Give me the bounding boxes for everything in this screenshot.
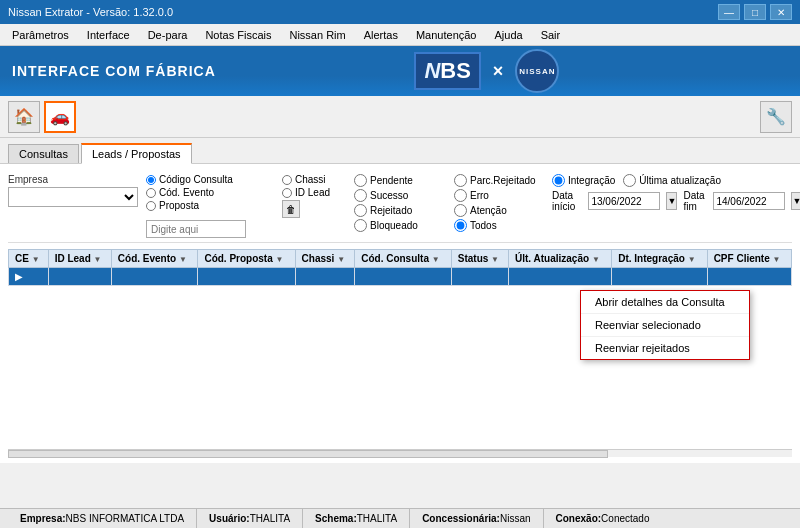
title-bar: Nissan Extrator - Versão: 1.32.0.0 — □ ✕ [0, 0, 800, 24]
status-group1: Pendente Sucesso Rejeitado Bloqueado [354, 174, 444, 232]
radio-id-lead[interactable]: ID Lead [282, 187, 330, 198]
nbs-logo: N BS × NISSAN [414, 49, 559, 93]
toolbar: 🏠 🚗 🔧 [0, 96, 800, 138]
col-ult-atualizacao[interactable]: Últ. Atualização ▼ [509, 250, 612, 268]
row-indicator: ▶ [9, 268, 49, 286]
context-menu-item-abrir[interactable]: Abrir detalhes da Consulta [581, 291, 749, 314]
data-fim-calendar-button[interactable]: ▼ [791, 192, 800, 210]
status-schema: Schema: THALITA [303, 509, 410, 528]
context-menu: Abrir detalhes da Consulta Reenviar sele… [580, 290, 750, 360]
filter-row: Empresa Código Consulta Cód. Evento Prop… [8, 170, 792, 243]
car-icon: 🚗 [50, 107, 70, 126]
col-chassi[interactable]: Chassi ▼ [295, 250, 355, 268]
window-title: Nissan Extrator - Versão: 1.32.0.0 [8, 6, 173, 18]
status-group2: Parc.Rejeitado Erro Atenção Todos [454, 174, 544, 232]
radio-group-codigo: Código Consulta Cód. Evento Proposta [146, 174, 266, 218]
logo-x: × [493, 61, 504, 82]
col-status[interactable]: Status ▼ [451, 250, 508, 268]
menu-notas-fiscais[interactable]: Notas Fiscais [197, 27, 279, 43]
extra-icon: 🔧 [766, 107, 786, 126]
menu-interface[interactable]: Interface [79, 27, 138, 43]
status-rejeitado[interactable]: Rejeitado [354, 204, 444, 217]
menu-nissan-rim[interactable]: Nissan Rim [281, 27, 353, 43]
status-erro[interactable]: Erro [454, 189, 544, 202]
maximize-button[interactable]: □ [744, 4, 766, 20]
status-pendente[interactable]: Pendente [354, 174, 444, 187]
status-bar: Empresa: NBS INFORMATICA LTDA Usuário: T… [0, 508, 800, 528]
radio-proposta[interactable]: Proposta [146, 200, 266, 211]
data-inicio-input[interactable] [588, 192, 660, 210]
status-atencao[interactable]: Atenção [454, 204, 544, 217]
status-empresa: Empresa: NBS INFORMATICA LTDA [8, 509, 197, 528]
status-concessionaria-label: Concessionária: [422, 513, 500, 524]
tab-leads-propostas[interactable]: Leads / Propostas [81, 143, 192, 164]
status-conexao-label: Conexão: [556, 513, 602, 524]
radio-cod-evento[interactable]: Cód. Evento [146, 187, 266, 198]
home-button[interactable]: 🏠 [8, 101, 40, 133]
car-button[interactable]: 🚗 [44, 101, 76, 133]
status-conexao-value: Conectado [601, 513, 649, 524]
empresa-label: Empresa [8, 174, 138, 185]
data-fim-input[interactable] [713, 192, 785, 210]
col-cod-evento[interactable]: Cód. Evento ▼ [111, 250, 198, 268]
data-inicio-label: Data início [552, 190, 582, 212]
delete-button[interactable]: 🗑 [282, 200, 300, 218]
data-fim-label: Data fim [683, 190, 707, 212]
logo-bs: BS [440, 58, 471, 84]
status-usuario-value: THALITA [250, 513, 290, 524]
tabs-row: Consultas Leads / Propostas [0, 138, 800, 164]
col-ce[interactable]: CE ▼ [9, 250, 49, 268]
status-bloqueado[interactable]: Bloqueado [354, 219, 444, 232]
data-inicio-calendar-button[interactable]: ▼ [666, 192, 677, 210]
home-icon: 🏠 [14, 107, 34, 126]
col-dt-integracao[interactable]: Dt. Integração ▼ [612, 250, 707, 268]
status-parc-rejeitado[interactable]: Parc.Rejeitado [454, 174, 544, 187]
menu-alertas[interactable]: Alertas [356, 27, 406, 43]
header-banner: INTERFACE COM FÁBRICA N BS × NISSAN [0, 46, 800, 96]
context-menu-item-reenviar-rejeitados[interactable]: Reenviar rejeitados [581, 337, 749, 359]
minimize-button[interactable]: — [718, 4, 740, 20]
col-id-lead[interactable]: ID Lead ▼ [48, 250, 111, 268]
tab-consultas[interactable]: Consultas [8, 144, 79, 163]
radio-integracao[interactable]: Integração [552, 174, 615, 187]
menu-manutencao[interactable]: Manutenção [408, 27, 485, 43]
logo-n: N [424, 58, 440, 84]
status-usuario-label: Usuário: [209, 513, 250, 524]
menu-ajuda[interactable]: Ajuda [486, 27, 530, 43]
status-concessionaria: Concessionária: Nissan [410, 509, 543, 528]
status-schema-value: THALITA [357, 513, 397, 524]
data-table: CE ▼ ID Lead ▼ Cód. Evento ▼ Cód. Propos… [8, 249, 792, 286]
menu-de-para[interactable]: De-para [140, 27, 196, 43]
col-cod-proposta[interactable]: Cód. Proposta ▼ [198, 250, 295, 268]
search-input[interactable] [146, 220, 246, 238]
col-cpf-cliente[interactable]: CPF Cliente ▼ [707, 250, 791, 268]
col-cod-consulta[interactable]: Cód. Consulta ▼ [355, 250, 452, 268]
context-menu-item-reenviar-selecionado[interactable]: Reenviar selecionado [581, 314, 749, 337]
menu-bar: Parâmetros Interface De-para Notas Fisca… [0, 24, 800, 46]
nissan-logo: NISSAN [515, 49, 559, 93]
status-empresa-value: NBS INFORMATICA LTDA [66, 513, 185, 524]
radio-codigo-consulta[interactable]: Código Consulta [146, 174, 266, 185]
radio-ultima-atualizacao[interactable]: Última atualização [623, 174, 721, 187]
window-controls: — □ ✕ [718, 4, 792, 20]
close-button[interactable]: ✕ [770, 4, 792, 20]
status-empresa-label: Empresa: [20, 513, 66, 524]
table-header-row: CE ▼ ID Lead ▼ Cód. Evento ▼ Cód. Propos… [9, 250, 792, 268]
status-concessionaria-value: Nissan [500, 513, 531, 524]
empresa-select[interactable] [8, 187, 138, 207]
radio-chassi[interactable]: Chassi [282, 174, 326, 185]
table-row[interactable]: ▶ [9, 268, 792, 286]
menu-sair[interactable]: Sair [533, 27, 569, 43]
status-todos[interactable]: Todos [454, 219, 544, 232]
status-sucesso[interactable]: Sucesso [354, 189, 444, 202]
empresa-section: Empresa [8, 174, 138, 207]
menu-parametros[interactable]: Parâmetros [4, 27, 77, 43]
header-title: INTERFACE COM FÁBRICA [12, 63, 216, 79]
status-usuario: Usuário: THALITA [197, 509, 303, 528]
status-conexao: Conexão: Conectado [544, 509, 662, 528]
extra-icon-button[interactable]: 🔧 [760, 101, 792, 133]
status-schema-label: Schema: [315, 513, 357, 524]
nissan-text: NISSAN [519, 67, 555, 76]
horizontal-scrollbar[interactable] [8, 449, 792, 457]
